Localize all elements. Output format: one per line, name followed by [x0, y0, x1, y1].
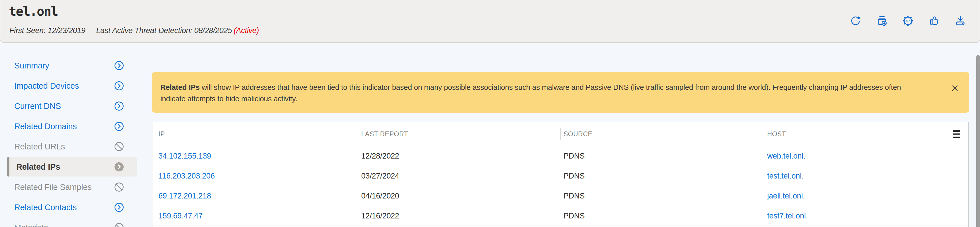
ban-icon [114, 182, 124, 192]
sidebar-item-metadata: Metadata [7, 218, 137, 227]
host-link[interactable]: jaell.tel.onl. [767, 192, 805, 200]
column-divider [359, 128, 359, 140]
ban-icon [114, 222, 124, 227]
source-cell: PDNS [563, 166, 585, 186]
refresh-icon [850, 15, 861, 27]
page-header: tel.onl First Seen: 12/23/2019Last Activ… [0, 0, 980, 43]
ip-link[interactable]: 116.203.203.206 [158, 172, 215, 180]
chevron-circle-icon [114, 202, 124, 213]
section-nav-sidebar: Summary Impacted Devices Current DNS Rel… [7, 56, 137, 227]
active-status-badge: (Active) [234, 26, 259, 35]
chevron-circle-icon [114, 101, 124, 111]
ip-link[interactable]: 159.69.47.47 [158, 212, 202, 220]
banner-close-button[interactable] [951, 84, 959, 92]
add-to-collection-button[interactable] [876, 15, 888, 27]
column-header-ip: IP [158, 122, 165, 146]
table-row: 34.102.155.139 12/28/2022 PDNS web.tel.o… [153, 146, 968, 166]
host-link[interactable]: test.tel.onl. [767, 172, 803, 180]
last-report-cell: 03/27/2024 [361, 166, 399, 186]
column-header-host: HOST [767, 122, 786, 146]
column-divider [945, 122, 945, 146]
table-row: 159.69.47.47 12/16/2022 PDNS test7.tel.o… [153, 206, 968, 226]
vote-up-button[interactable] [928, 15, 940, 27]
host-link[interactable]: test7.tel.onl. [767, 212, 808, 220]
sidebar-item-related-ips[interactable]: Related IPs [7, 157, 137, 176]
banner-lead: Related IPs [161, 83, 200, 91]
sidebar-item-impacted-devices[interactable]: Impacted Devices [7, 76, 137, 96]
column-header-source: SOURCE [563, 122, 592, 146]
close-icon [951, 84, 959, 92]
source-cell: PDNS [563, 206, 585, 226]
svg-text:API: API [905, 19, 910, 22]
chevron-circle-icon [114, 121, 124, 131]
source-cell: PDNS [563, 186, 585, 206]
api-settings-gear-icon: API [902, 15, 914, 27]
last-report-cell: 04/16/2020 [361, 186, 399, 206]
table-row: 69.172.201.218 04/16/2020 PDNS jaell.tel… [153, 186, 968, 206]
last-report-cell: 12/28/2022 [361, 146, 399, 166]
source-cell: PDNS [563, 146, 585, 166]
last-report-cell: 12/16/2022 [361, 206, 399, 226]
column-divider [560, 128, 561, 140]
chevron-circle-icon [114, 61, 124, 71]
sidebar-item-related-urls: Related URLs [7, 137, 137, 156]
related-ips-table: IP LAST REPORT SOURCE HOST 34.102.155.13… [152, 122, 969, 227]
header-action-bar: API [850, 15, 966, 27]
page-title: tel.onl [9, 4, 57, 19]
sidebar-item-summary[interactable]: Summary [7, 56, 137, 75]
host-link[interactable]: web.tel.onl. [767, 152, 805, 160]
indicator-meta: First Seen: 12/23/2019Last Active Threat… [10, 26, 259, 35]
sidebar-item-related-contacts[interactable]: Related Contacts [7, 198, 137, 217]
related-ips-info-banner: Related IPs will show IP addresses that … [152, 72, 969, 113]
vertical-scrollbar-thumb[interactable] [976, 55, 980, 227]
table-menu-button[interactable] [950, 128, 963, 140]
banner-text: will show IP addresses that have been ti… [161, 83, 901, 103]
ban-icon [114, 141, 124, 152]
ip-link[interactable]: 69.172.201.218 [158, 192, 211, 200]
api-settings-button[interactable]: API [902, 15, 914, 27]
hamburger-icon [953, 130, 960, 132]
download-button[interactable] [955, 15, 966, 27]
chevron-circle-filled-icon [114, 162, 124, 172]
refresh-button[interactable] [850, 15, 861, 27]
sidebar-item-current-dns[interactable]: Current DNS [7, 96, 137, 116]
chevron-circle-icon [114, 81, 124, 91]
table-row: 116.203.203.206 03/27/2024 PDNS test.tel… [153, 166, 968, 186]
sidebar-item-related-file-samples: Related File Samples [7, 177, 137, 197]
ip-link[interactable]: 34.102.155.139 [158, 152, 211, 160]
table-header-row: IP LAST REPORT SOURCE HOST [153, 122, 968, 146]
first-seen: First Seen: 12/23/2019 [10, 26, 86, 35]
thumbs-up-icon [928, 15, 940, 27]
table-row-partial [153, 226, 968, 227]
collection-add-icon [876, 15, 888, 27]
last-active-threat: Last Active Threat Detection: 08/28/2025… [96, 26, 259, 35]
download-icon [955, 15, 966, 27]
column-header-last-report: LAST REPORT [361, 122, 408, 146]
sidebar-item-related-domains[interactable]: Related Domains [7, 117, 137, 136]
